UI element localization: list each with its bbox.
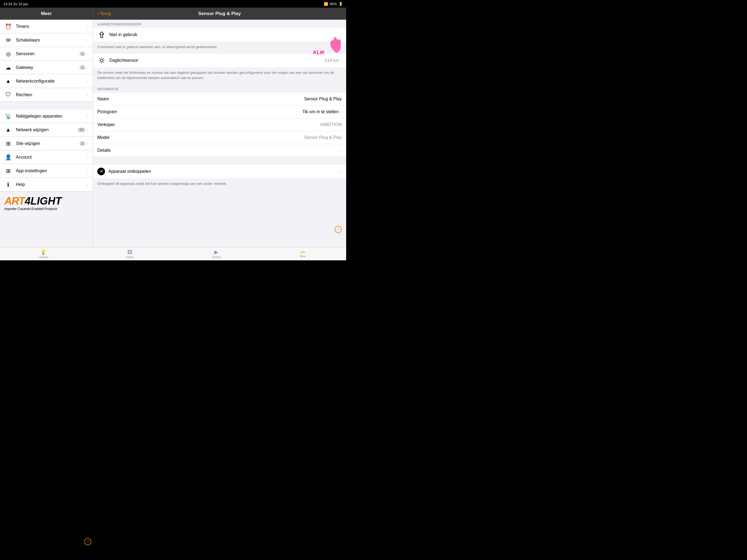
back-button[interactable]: ‹ Terug xyxy=(97,11,111,16)
sidebar-item-nabijgelegen[interactable]: 📡 Nabijgelegen apparaten › xyxy=(0,109,93,123)
timers-icon: ⏰ xyxy=(4,23,12,30)
rechten-icon: 🛡 xyxy=(4,91,12,99)
sidebar-item-netwerkconfiguratie[interactable]: ▲ Netwerkconfiguratie › xyxy=(0,74,93,88)
svg-line-11 xyxy=(100,62,100,62)
pictogram-label: Pictogram xyxy=(97,109,302,114)
site-wijzigen-icon: ⊞ xyxy=(4,140,12,147)
sidebar-label-netwerkconfiguratie: Netwerkconfiguratie xyxy=(16,79,87,84)
gateway-icon: ☁ xyxy=(4,64,12,71)
chevron-right-icon: › xyxy=(87,38,88,43)
uncouple-row[interactable]: ✕ Apparaat ontkoppelen › xyxy=(93,164,346,178)
naam-label: Naam xyxy=(97,97,304,101)
chevron-right-icon: › xyxy=(340,169,342,174)
tab-scenes[interactable]: ▶ Scènes xyxy=(173,249,260,259)
svg-line-9 xyxy=(100,58,100,58)
sidebar-item-rechten[interactable]: 🛡 Rechten › xyxy=(0,88,93,102)
sidebar-label-nabijgelegen: Nabijgelegen apparaten xyxy=(16,114,87,119)
netwerk-wijzigen-badge: 32 xyxy=(78,128,85,132)
logo-art: ART xyxy=(4,195,25,207)
info-row-pictogram[interactable]: Pictogram Tik om in te stellen › xyxy=(93,105,346,119)
chevron-right-icon: › xyxy=(87,114,88,119)
sidebar-label-gateway: Gateway xyxy=(16,65,80,70)
account-icon: 👤 xyxy=(4,153,12,161)
sidebar-item-help[interactable]: ℹ Help › xyxy=(0,178,93,192)
chevron-right-icon: › xyxy=(87,93,88,97)
netwerkconfiguratie-icon: ▲ xyxy=(4,77,12,85)
status-time: 13:33 Zo 10 jan. xyxy=(3,2,29,6)
uncouple-icon: ✕ xyxy=(97,168,105,175)
help-button-content[interactable]: ? xyxy=(335,226,342,233)
verkoper-label: Verkoper xyxy=(97,122,320,127)
sidebar-item-schakelaars[interactable]: ✉ Schakelaars › xyxy=(0,33,93,47)
gateway-badge: 1 xyxy=(80,65,85,70)
tab-label-scenes: Scènes xyxy=(212,256,221,259)
chevron-right-icon: › xyxy=(87,127,88,132)
sidebar-label-sensoren: Sensoren xyxy=(16,51,80,56)
help-icon: ℹ xyxy=(4,181,12,188)
app-instellingen-icon: ⊞ xyxy=(4,167,12,175)
sensoren-icon: ◎ xyxy=(4,50,12,58)
sidebar-item-timers[interactable]: ⏰ Timers › xyxy=(0,20,93,33)
sidebar-label-timers: Timers xyxy=(16,24,87,29)
sidebar-item-site-wijzigen[interactable]: ⊞ Site wijzigen 1 › xyxy=(0,137,93,150)
status-bar: 13:33 Zo 10 jan. 📶 90% 🔋 xyxy=(0,0,346,8)
sidebar-label-site-wijzigen: Site wijzigen xyxy=(16,141,80,146)
tab-label-meer: Meer xyxy=(300,255,306,258)
main-layout: ⏰ Timers › ✉ Schakelaars › ◎ Sensoren 1 … xyxy=(0,20,346,247)
chevron-right-icon: › xyxy=(87,155,88,160)
sidebar-item-gateway[interactable]: ☁ Gateway 1 › xyxy=(0,61,93,74)
battery-icon: 🔋 xyxy=(338,2,343,6)
sidebar-logo: ART4LIGHT Importer Casambi Enabled Produ… xyxy=(0,192,93,215)
sidebar-label-netwerk-wijzigen: Netwerk wijzigen xyxy=(16,127,78,132)
daglicht-section: Daglichtsensor 114 lux › xyxy=(93,54,346,67)
info-row-verkoper: Verkoper AIMOTION xyxy=(93,119,346,131)
daglichtsensor-label: Daglichtsensor xyxy=(109,58,325,63)
tab-meer[interactable]: ••• Meer xyxy=(260,250,346,258)
galerij-icon: 🖼 xyxy=(127,249,132,255)
model-value: Sensor Plug & Play xyxy=(304,135,342,140)
status-right: 📶 90% 🔋 xyxy=(324,2,343,6)
chevron-right-icon: › xyxy=(87,182,88,187)
chevron-right-icon: › xyxy=(340,32,342,37)
daglichtsensor-row[interactable]: Daglichtsensor 114 lux › xyxy=(93,54,346,67)
info-row-details[interactable]: Details › xyxy=(93,144,346,157)
sidebar: ⏰ Timers › ✉ Schakelaars › ◎ Sensoren 1 … xyxy=(0,20,93,247)
pictogram-value: Tik om in te stellen xyxy=(302,109,339,114)
details-label: Details xyxy=(97,148,339,153)
lampen-icon: 💡 xyxy=(40,249,46,255)
back-chevron-icon: ‹ xyxy=(97,11,99,16)
chevron-right-icon: › xyxy=(87,169,88,173)
tab-bar: 💡 Lampen 🖼 Galerij ▶ Scènes ••• Meer xyxy=(0,247,346,260)
tab-label-galerij: Galerij xyxy=(126,256,134,259)
svg-point-4 xyxy=(100,59,103,62)
aanwezigheid-label: Niet in gebruik xyxy=(109,32,340,37)
chevron-right-icon: › xyxy=(87,141,88,146)
content-panel: AANWEZIGHEIDSSENSOR Niet in gebruik › Co… xyxy=(93,20,346,247)
sidebar-label-rechten: Rechten xyxy=(16,93,87,97)
section-aanwezigheid-header: AANWEZIGHEIDSSENSOR xyxy=(93,20,346,28)
tab-lampen[interactable]: 💡 Lampen xyxy=(0,249,87,259)
meer-icon: ••• xyxy=(301,250,305,254)
verkoper-value: AIMOTION xyxy=(320,122,342,127)
site-wijzigen-badge: 1 xyxy=(80,142,85,146)
naam-value: Sensor Plug & Play xyxy=(304,97,342,101)
sidebar-item-sensoren[interactable]: ◎ Sensoren 1 › xyxy=(0,47,93,61)
tab-label-lampen: Lampen xyxy=(38,256,48,259)
sidebar-item-netwerk-wijzigen[interactable]: ▲ Netwerk wijzigen 32 › xyxy=(0,123,93,137)
daglicht-info: De sensor meet het lichtniveau en scènes… xyxy=(93,67,346,84)
sidebar-item-account[interactable]: 👤 Account › xyxy=(0,150,93,164)
nav-left-title: Meer xyxy=(0,8,93,20)
sidebar-item-app-instellingen[interactable]: ⊞ App-instellingen › xyxy=(0,164,93,178)
scenes-icon: ▶ xyxy=(214,249,218,255)
sidebar-label-help: Help xyxy=(16,182,87,187)
chevron-right-icon: › xyxy=(87,79,88,84)
informatie-section: Naam Sensor Plug & Play Pictogram Tik om… xyxy=(93,93,346,157)
tab-galerij[interactable]: 🖼 Galerij xyxy=(87,249,173,259)
aanwezigheid-row[interactable]: Niet in gebruik › xyxy=(93,28,346,42)
aanwezigheid-info: Controleert wat er gebeurt wanneer aan- … xyxy=(93,42,346,54)
chevron-right-icon: › xyxy=(87,65,88,70)
chevron-right-icon: › xyxy=(87,51,88,56)
info-row-naam[interactable]: Naam Sensor Plug & Play xyxy=(93,93,346,105)
battery-level: 90% xyxy=(330,2,337,6)
wifi-icon: 📶 xyxy=(324,2,328,6)
